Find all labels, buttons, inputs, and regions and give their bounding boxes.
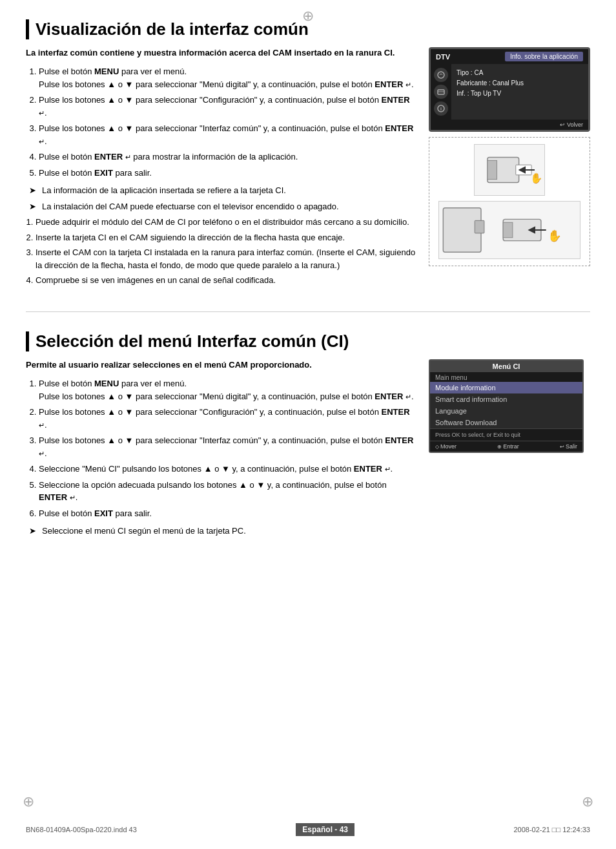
diagram-row-1: ✋: [436, 144, 583, 196]
tv-back-arrow: ↩: [560, 121, 565, 128]
tv-back-button: ↩ Volver: [560, 121, 583, 128]
step2-5: Seleccione la opción adecuada pulsando l…: [39, 479, 416, 504]
step1-2: Pulse los botones ▲ o ▼ para seleccionar…: [39, 94, 416, 119]
svg-rect-6: [488, 161, 497, 180]
svg-rect-12: [503, 222, 513, 237]
ci-mover-icon: ◇: [435, 444, 439, 450]
ci-footer-entrar: ⊕ Entrar: [497, 443, 519, 450]
tv-icon-info: i: [434, 101, 448, 116]
note1-2-text: La instalación del CAM puede efectuarse …: [42, 200, 416, 213]
section2-image-area: Menú CI Main menu Module information Sma…: [429, 359, 590, 453]
ci-menu-press-text: Press OK to select, or Exit to quit: [430, 428, 582, 441]
note1-1-text: La información de la aplicación insertad…: [42, 184, 416, 197]
ci-footer-salir: ↩ Salir: [560, 443, 577, 450]
section1-steps: Pulse el botón MENU para ver el menú. Pu…: [39, 65, 416, 179]
tv-content: Tipo : CA Fabricante : Canal Plus Inf. :…: [451, 64, 588, 116]
page-footer: BN68-01409A-00Spa-0220.indd 43 Español -…: [0, 823, 616, 836]
svg-text:i: i: [440, 107, 442, 111]
tv-tipo: Tipo : CA: [457, 68, 583, 78]
svg-text:✋: ✋: [548, 229, 562, 243]
tv-icons: i: [431, 64, 451, 120]
ci-menu-item-1[interactable]: Smart card information: [430, 393, 582, 405]
tv-body: i Tipo : CA Fabricante : Canal Plus Inf.…: [431, 64, 588, 120]
tv-icon-cam: [434, 68, 448, 82]
page-number-badge: Español - 43: [296, 823, 354, 836]
ci-menu-item-3[interactable]: Software Download: [430, 417, 582, 428]
ci-entrar-label: Entrar: [503, 443, 519, 450]
note-arrow-icon2: ➤: [29, 200, 39, 213]
ci-salir-icon: ↩: [560, 444, 564, 450]
note2-arrow-icon: ➤: [29, 525, 39, 538]
section1-image-area: DTV Info. sobre la aplicación: [429, 47, 590, 266]
section1-text: La interfaz común contiene y muestra inf…: [26, 47, 416, 292]
section2-text: Permite al usuario realizar selecciones …: [26, 359, 416, 541]
diagram-box-2: ✋: [438, 201, 580, 259]
ci-entrar-icon: ⊕: [497, 444, 502, 450]
compass-bottom-left-icon: ⊕: [23, 793, 34, 810]
tv-fabricante: Fabricante : Canal Plus: [457, 78, 583, 89]
tv-footer: ↩ Volver: [431, 120, 588, 130]
svg-text:✋: ✋: [530, 172, 543, 184]
substep3: Inserte el CAM con la tarjeta CI instala…: [36, 246, 416, 271]
note1-1: ➤ La información de la aplicación insert…: [29, 184, 416, 197]
step2-1: Pulse el botón MENU para ver el menú. Pu…: [39, 377, 416, 403]
compass-top-icon: ⊕: [302, 8, 314, 25]
substep4: Compruebe si se ven imágenes en un canal…: [36, 274, 416, 287]
compass-bottom-right-icon: ⊕: [582, 793, 593, 810]
ci-footer-mover: ◇ Mover: [435, 443, 457, 450]
tv-screen: DTV Info. sobre la aplicación: [429, 47, 590, 132]
section2-content: Permite al usuario realizar selecciones …: [26, 359, 590, 541]
section2-steps: Pulse el botón MENU para ver el menú. Pu…: [39, 377, 416, 519]
ci-menu-footer: ◇ Mover ⊕ Entrar ↩ Salir: [430, 441, 582, 452]
insertion-diagrams: ✋: [429, 137, 590, 266]
section1-substeps: Puede adquirir el módulo del CAM de CI p…: [36, 216, 416, 287]
svg-rect-10: [475, 221, 484, 234]
note-arrow-icon: ➤: [29, 184, 39, 197]
tv-back-label: Volver: [567, 121, 583, 128]
tv-info-label: Info. sobre la aplicación: [505, 52, 583, 61]
section1-intro: La interfaz común contiene y muestra inf…: [26, 47, 416, 59]
tv-header: DTV Info. sobre la aplicación: [431, 49, 588, 64]
step1-5: Pulse el botón EXIT para salir.: [39, 167, 416, 180]
ci-menu-header: Menú CI: [430, 361, 582, 372]
diagram-box-1: ✋: [474, 144, 545, 196]
note2-1: ➤ Seleccione el menú CI según el menú de…: [29, 525, 416, 538]
ci-menu: Menú CI Main menu Module information Sma…: [429, 359, 584, 453]
substep1: Puede adquirir el módulo del CAM de CI p…: [36, 216, 416, 229]
ci-menu-item-0[interactable]: Module information: [430, 382, 582, 393]
ci-mover-label: Mover: [440, 443, 457, 450]
step2-4: Seleccione "Menú CI" pulsando los botone…: [39, 463, 416, 476]
step1-4: Pulse el botón ENTER ↵ para mostrar la i…: [39, 151, 416, 163]
substep2: Inserte la tarjeta CI en el CAM siguiend…: [36, 231, 416, 244]
step1-3: Pulse los botones ▲ o ▼ para seleccionar…: [39, 122, 416, 147]
diagram-row-2: ✋: [436, 201, 583, 259]
note2-text: Seleccione el menú CI según el menú de l…: [42, 525, 416, 538]
section2-intro: Permite al usuario realizar selecciones …: [26, 359, 416, 371]
section1: Visualización de la interfaz común La in…: [26, 19, 590, 292]
tv-dtv-label: DTV: [436, 53, 450, 61]
ci-menu-item-2[interactable]: Language: [430, 405, 582, 417]
step2-3: Pulse los botones ▲ o ▼ para seleccionar…: [39, 434, 416, 459]
step1-1: Pulse el botón MENU para ver el menú. Pu…: [39, 65, 416, 90]
footer-file-info: BN68-01409A-00Spa-0220.indd 43: [26, 826, 137, 833]
step2-2: Pulse los botones ▲ o ▼ para seleccionar…: [39, 406, 416, 431]
step2-6: Pulse el botón EXIT para salir.: [39, 507, 416, 520]
section2: Selección del menú Interfaz común (CI) P…: [26, 331, 590, 541]
tv-inf: Inf. : Top Up TV: [457, 89, 583, 99]
section2-title: Selección del menú Interfaz común (CI): [26, 331, 590, 351]
ci-menu-main-label: Main menu: [430, 372, 582, 382]
footer-date: 2008-02-21 □□ 12:24:33: [513, 826, 590, 833]
tv-icon-card: [434, 85, 448, 99]
note1-2: ➤ La instalación del CAM puede efectuars…: [29, 200, 416, 213]
svg-point-0: [438, 72, 444, 78]
page-container: ⊕ ⊕ ⊕ Visualización de la interfaz común…: [0, 0, 616, 849]
section-divider: [26, 311, 590, 312]
ci-salir-label: Salir: [566, 443, 577, 450]
section1-content: La interfaz común contiene y muestra inf…: [26, 47, 590, 292]
